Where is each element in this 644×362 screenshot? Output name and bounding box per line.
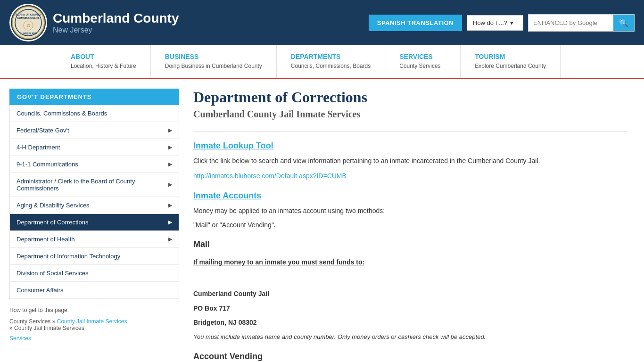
- page-subtitle: Cumberland County Jail Inmate Services: [193, 109, 627, 120]
- section-inmate-lookup-title: Inmate Lookup Tool: [193, 141, 627, 151]
- site-title-area: Cumberland County New Jersey: [53, 11, 179, 34]
- how-do-label: How do I ...?: [473, 19, 507, 26]
- nav-title-about: ABOUT: [71, 53, 136, 60]
- breadcrumb-last: County Jail Inmate Services: [14, 325, 84, 331]
- divider-1: [193, 131, 627, 132]
- sidebar-arrow-icon: ▶: [168, 144, 172, 150]
- sidebar-arrow-icon: ▶: [168, 236, 172, 242]
- page-title: Department of Corrections: [193, 89, 627, 106]
- nav-subtitle-tourism: Explore Cumberland County: [475, 62, 546, 70]
- main-content: Department of Corrections Cumberland Cou…: [179, 79, 641, 362]
- section-account-vending-title: Account Vending: [193, 352, 627, 362]
- site-logo: BOARD OF COUNTY COMMISSIONERS ⚖ CUMBERLA…: [9, 4, 47, 41]
- inmate-lookup-link[interactable]: http://inmates.bluhorse.com/Default.aspx…: [193, 172, 347, 180]
- site-header: BOARD OF COUNTY COMMISSIONERS ⚖ CUMBERLA…: [0, 0, 644, 45]
- sidebar-item-label: Federal/State Gov't: [17, 127, 69, 134]
- sidebar-item-corrections[interactable]: Department of Corrections ▶: [10, 214, 179, 231]
- breadcrumb-separator: »: [52, 318, 57, 325]
- nav-item-services[interactable]: SERVICES County Services: [385, 45, 461, 78]
- nav-subtitle-services: County Services: [399, 62, 446, 70]
- dropdown-arrow-icon: ▾: [510, 19, 513, 26]
- jail-address2: Bridgeton, NJ 08302: [193, 317, 627, 328]
- nav-title-tourism: TOURISM: [475, 53, 546, 60]
- sidebar-item-label: Department of Health: [17, 236, 75, 243]
- sidebar-item-social[interactable]: Division of Social Services: [10, 265, 179, 282]
- sidebar-item-aging[interactable]: Aging & Disability Services ▶: [10, 197, 179, 214]
- section-mail-title: Mail: [193, 239, 627, 249]
- services-link[interactable]: Services: [9, 335, 179, 342]
- nav-item-tourism[interactable]: TOURISM Explore Cumberland County: [461, 45, 561, 78]
- main-layout: GOV'T DEPARTMENTS Councils, Commissions …: [0, 79, 644, 362]
- sidebar-header: GOV'T DEPARTMENTS: [9, 89, 179, 105]
- nav-item-about[interactable]: ABOUT Location, History & Future: [57, 45, 151, 78]
- mail-instructions-heading: If mailing money to an inmate you must s…: [193, 257, 627, 267]
- sidebar: GOV'T DEPARTMENTS Councils, Commissions …: [0, 79, 179, 362]
- sidebar-item-councils[interactable]: Councils, Commissions & Boards: [10, 105, 179, 122]
- section-inmate-lookup-desc: Click the link below to search and view …: [193, 156, 627, 166]
- search-area: 🔍: [528, 14, 635, 32]
- nav-title-departments: DEPARTMENTS: [291, 53, 371, 60]
- how-do-dropdown[interactable]: How do I ...? ▾: [467, 15, 523, 31]
- jail-address1: PO Box 717: [193, 303, 627, 313]
- breadcrumb-separator2: »: [9, 325, 14, 331]
- main-nav: ABOUT Location, History & Future BUSINES…: [0, 45, 644, 79]
- sidebar-item-label: Consumer Affairs: [17, 287, 63, 294]
- section-inmate-accounts-desc: Money may be applied to an inmates accou…: [193, 206, 627, 216]
- sidebar-item-consumer[interactable]: Consumer Affairs: [10, 282, 179, 299]
- sidebar-howto: How to get to this page.: [9, 307, 179, 313]
- section-inmate-accounts-methods: "Mail" or "Account Vending".: [193, 220, 627, 230]
- sidebar-item-label: Aging & Disability Services: [17, 202, 90, 209]
- breadcrumb: County Services » County Jail Inmate Ser…: [9, 318, 179, 331]
- svg-text:CUMBERLAND: CUMBERLAND: [20, 32, 37, 35]
- svg-text:COMMISSIONERS: COMMISSIONERS: [17, 16, 40, 19]
- sidebar-item-health[interactable]: Department of Health ▶: [10, 231, 179, 248]
- section-inmate-accounts-title: Inmate Accounts: [193, 191, 627, 201]
- nav-title-services: SERVICES: [399, 53, 446, 60]
- sidebar-item-federal[interactable]: Federal/State Gov't ▶: [10, 122, 179, 139]
- sidebar-info: How to get to this page.: [9, 307, 179, 313]
- sidebar-menu: Councils, Commissions & Boards Federal/S…: [9, 105, 179, 299]
- sidebar-item-911[interactable]: 9-1-1 Communications ▶: [10, 156, 179, 173]
- nav-logo-space: [0, 45, 57, 78]
- sidebar-arrow-icon: ▶: [168, 181, 172, 188]
- sidebar-item-it[interactable]: Department of Information Technology: [10, 248, 179, 265]
- sidebar-item-label: Department of Corrections: [17, 219, 88, 226]
- nav-subtitle-departments: Councils, Commissions, Boards: [291, 62, 371, 70]
- sidebar-item-label: 9-1-1 Communications: [17, 161, 78, 168]
- sidebar-item-administrator[interactable]: Administrator / Clerk to the Board of Co…: [10, 173, 179, 197]
- sidebar-arrow-icon: ▶: [168, 161, 172, 167]
- search-button[interactable]: 🔍: [613, 15, 634, 31]
- search-icon: 🔍: [619, 19, 628, 27]
- sidebar-item-label: Division of Social Services: [17, 270, 88, 277]
- sidebar-arrow-icon: ▶: [168, 127, 172, 133]
- nav-item-departments[interactable]: DEPARTMENTS Councils, Commissions, Board…: [277, 45, 385, 78]
- site-state: New Jersey: [53, 26, 179, 34]
- sidebar-item-label: Councils, Commissions & Boards: [17, 110, 107, 117]
- logo-emblem: BOARD OF COUNTY COMMISSIONERS ⚖ CUMBERLA…: [11, 5, 46, 40]
- spanish-translation-button[interactable]: SPANISH TRANSLATION: [369, 15, 462, 31]
- mail-note: You must include inmates name and county…: [193, 332, 627, 342]
- jail-name: Cumberland County Jail: [193, 288, 627, 299]
- nav-subtitle-about: Location, History & Future: [71, 62, 136, 70]
- logo-area: BOARD OF COUNTY COMMISSIONERS ⚖ CUMBERLA…: [9, 4, 179, 41]
- nav-title-business: BUSINESS: [165, 53, 262, 60]
- breadcrumb-base: County Services: [9, 318, 50, 325]
- nav-subtitle-business: Doing Business in Cumberland County: [165, 62, 262, 70]
- nav-item-business[interactable]: BUSINESS Doing Business in Cumberland Co…: [151, 45, 277, 78]
- search-input[interactable]: [528, 16, 613, 30]
- breadcrumb-link1[interactable]: County Jail Inmate Services: [57, 318, 127, 325]
- sidebar-arrow-icon: ▶: [168, 202, 172, 208]
- site-name: Cumberland County: [53, 11, 179, 26]
- sidebar-item-label: Department of Information Technology: [17, 253, 120, 260]
- svg-text:BOARD OF COUNTY: BOARD OF COUNTY: [16, 13, 41, 16]
- svg-text:⚖: ⚖: [27, 24, 31, 28]
- sidebar-arrow-icon: ▶: [168, 219, 172, 225]
- sidebar-item-label: 4-H Department: [17, 144, 60, 151]
- header-controls: SPANISH TRANSLATION How do I ...? ▾ 🔍: [369, 14, 635, 32]
- nav-items: ABOUT Location, History & Future BUSINES…: [57, 45, 644, 78]
- sidebar-item-label: Administrator / Clerk to the Board of Co…: [17, 178, 168, 192]
- sidebar-item-4h[interactable]: 4-H Department ▶: [10, 139, 179, 156]
